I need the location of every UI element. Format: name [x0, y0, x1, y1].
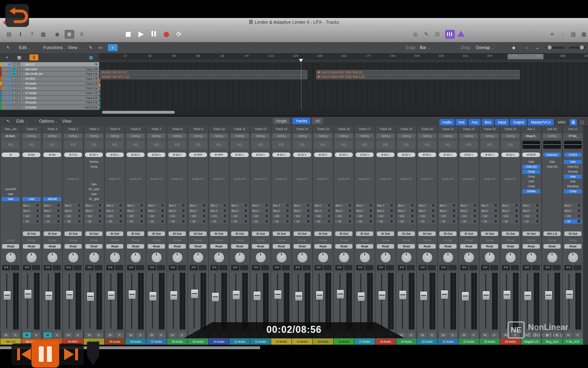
strip-eq-slot[interactable]: EQ [63, 140, 83, 152]
send-knob[interactable] [244, 214, 248, 218]
plugin-slot[interactable]: DeWas [522, 189, 540, 193]
media-icon-right[interactable]: ▦ [579, 30, 588, 39]
send-slot[interactable]: ‹ -34 [335, 219, 353, 224]
eq-button[interactable]: EQ [397, 141, 415, 149]
send-slot[interactable]: ‹ -34 [501, 219, 519, 224]
solo-button[interactable]: S [32, 332, 40, 338]
eq-button[interactable] [543, 141, 561, 149]
automation-slot[interactable]: Read [229, 243, 250, 250]
automation-read-button[interactable]: Read [273, 244, 290, 249]
send-slot[interactable]: Bus 1 [314, 203, 332, 208]
send-knob[interactable] [202, 209, 206, 213]
strip-output-slot[interactable]: St Out [63, 231, 83, 238]
strip-output-slot[interactable]: St Out [479, 231, 500, 238]
channel-setting-button[interactable]: Setting [481, 134, 499, 138]
solo-button[interactable]: S [95, 332, 103, 338]
send-knob[interactable] [452, 209, 456, 213]
automation-slot[interactable]: Read [21, 243, 42, 250]
send-knob[interactable] [390, 209, 394, 213]
send-knob[interactable] [160, 214, 165, 218]
send-slot[interactable]: Bus 1 [397, 203, 415, 208]
eq-button[interactable]: EQ [2, 141, 20, 149]
send-slot[interactable]: ‹ -34 [293, 219, 311, 224]
send-slot[interactable]: Bus 2 [376, 209, 394, 213]
insert-slot-button[interactable]: Ø [2, 153, 20, 157]
pan-knob[interactable] [151, 252, 162, 263]
automation-slot[interactable]: Read [479, 243, 500, 250]
strip-setting-slot[interactable]: Setting [250, 133, 271, 140]
send-slot[interactable]: Bus 1 [522, 203, 540, 208]
strip-audio-fx-area[interactable]: GainChan EQEnvelopAmpGainBassAmpComp [563, 159, 583, 202]
channel-setting-button[interactable]: Setting [376, 134, 394, 138]
send-slot[interactable]: ‹ -34 [314, 219, 332, 224]
group-slot[interactable]: Group [396, 238, 416, 243]
automation-read-button[interactable]: Read [543, 244, 561, 249]
fader-cap[interactable] [441, 290, 448, 299]
master-fader-toggle[interactable]: || [29, 54, 38, 61]
group-slot[interactable]: Group [146, 238, 167, 243]
output-button[interactable]: St Out [314, 231, 332, 236]
send-slot[interactable]: Bus 1 [439, 203, 457, 208]
waveform-zoom-icon[interactable]: ◆ [510, 44, 518, 51]
output-button[interactable]: St Out [294, 231, 311, 236]
strip-sends-area[interactable] [542, 202, 562, 224]
automation-read-button[interactable]: Read [335, 244, 352, 249]
group-slot[interactable]: Group [438, 238, 458, 243]
strip-audio-fx-area[interactable]: Audio FX [209, 159, 229, 202]
strip-fader-area[interactable] [188, 271, 208, 332]
insert-slot-button[interactable]: Ø MJ 1 [418, 153, 436, 157]
automation-read-button[interactable]: Read [398, 244, 415, 249]
strip-audio-fx-area[interactable]: Audio FX [438, 159, 458, 202]
channel-setting-button[interactable]: Setting [189, 134, 207, 138]
send-knob[interactable] [98, 219, 102, 223]
mixer-pointer-tool-icon[interactable]: ↖ [4, 118, 12, 125]
player-back-button[interactable] [5, 4, 29, 27]
group-slot[interactable]: Group [459, 238, 479, 243]
strip-insert-slot[interactable]: Ø MJ 2 [313, 152, 333, 159]
automation-slot[interactable]: Read [334, 243, 354, 250]
mute-button[interactable]: M [481, 332, 489, 338]
mixer-filter-aux[interactable]: Aux [468, 119, 481, 126]
strip-output-slot[interactable]: St Out [563, 231, 583, 238]
send-slot[interactable]: Bus 2 [210, 209, 228, 213]
output-button[interactable]: St Out [210, 231, 227, 236]
eq-button[interactable]: EQ [64, 141, 82, 149]
send-knob[interactable] [98, 203, 102, 207]
send-slot[interactable]: Bus 2 [106, 209, 124, 213]
automation-slot[interactable]: Read [209, 243, 229, 250]
track-mute-button[interactable]: M [12, 72, 16, 76]
fader-cap[interactable] [336, 289, 344, 299]
send-knob[interactable] [36, 214, 40, 218]
automation-read-button[interactable]: Read [460, 244, 477, 249]
send-slot[interactable]: › 103 [252, 214, 270, 218]
volume-value[interactable]: 0.0 [564, 265, 572, 270]
group-slot[interactable]: Group [354, 238, 375, 243]
strip-sends-area[interactable]: Bus 1Bus 2› 105‹ -34 [42, 202, 62, 224]
group-slot[interactable]: Group [542, 238, 562, 243]
strip-sends-area[interactable]: Bus 1Bus 2› 103‹ -34 [292, 202, 312, 224]
send-slot[interactable]: Bus 1 [418, 203, 436, 208]
toolbars-icon[interactable]: ▦ [38, 30, 48, 39]
mixer-menu-edit[interactable]: Edit ⌄ [16, 117, 28, 126]
plugin-slot[interactable]: Limit [22, 197, 40, 201]
send-slot[interactable]: Bus 2 [418, 209, 436, 213]
track-header[interactable]: MS08 AudioTrack 8 [0, 96, 99, 101]
send-slot[interactable]: Bus 1 [564, 203, 582, 208]
strip-output-slot[interactable]: St Out [334, 231, 354, 238]
pan-knob[interactable] [339, 252, 350, 263]
strip-insert-slot[interactable]: Ø HPR [209, 152, 229, 159]
send-knob[interactable] [535, 209, 539, 213]
channel-setting-button[interactable]: Setting [106, 134, 124, 138]
strip-eq-slot[interactable]: EQ [459, 140, 479, 152]
player-scrubber-handle[interactable] [87, 342, 99, 366]
send-slot[interactable]: ‹ -34 [356, 219, 374, 224]
group-slot[interactable]: Group [417, 238, 437, 243]
fader-cap[interactable] [566, 290, 573, 299]
fader-cap[interactable] [170, 291, 178, 300]
insert-slot-button[interactable]: Ø MJ 1 [106, 153, 124, 157]
volume-value[interactable]: 0.0 [543, 265, 552, 270]
send-slot[interactable]: › 103 [522, 214, 540, 218]
mixer-filter-inst[interactable]: Inst [456, 119, 468, 126]
send-knob[interactable] [348, 214, 352, 218]
send-slot[interactable]: Bus 2 [231, 209, 249, 213]
